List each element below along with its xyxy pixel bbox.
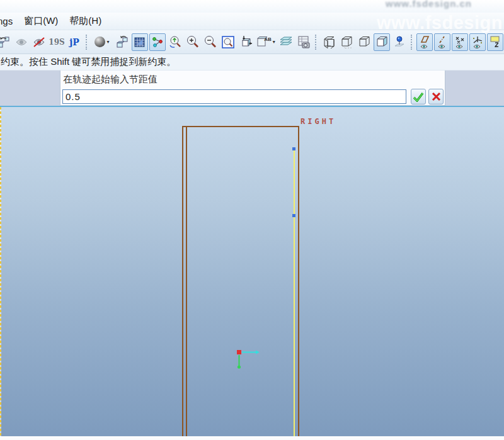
zoom-out-icon[interactable] <box>202 33 219 51</box>
hidden-line-icon[interactable] <box>338 33 355 51</box>
mapkey-19s-label: 19S <box>49 38 64 47</box>
mapkey-jp-label: jP <box>69 37 79 47</box>
vertex-handle-top[interactable] <box>292 147 295 150</box>
sphere-icon <box>94 37 105 47</box>
vertex-handle-bottom[interactable] <box>292 214 295 217</box>
layers-icon[interactable] <box>278 33 294 51</box>
toolbar: 19S jP ▾ <box>0 30 504 54</box>
dropdown-arrow-icon[interactable]: ▾ <box>273 39 275 45</box>
graphics-canvas[interactable]: RIGHT <box>0 107 504 440</box>
highlight-endpoints-icon[interactable] <box>149 33 166 51</box>
x-icon <box>432 92 441 101</box>
datum-pin-icon[interactable] <box>391 33 408 51</box>
unhide-icon[interactable] <box>13 33 30 51</box>
trajectory-start-marker[interactable] <box>234 347 266 373</box>
zoom-refit-icon[interactable] <box>167 33 183 51</box>
menu-item-help[interactable]: 帮助(H) <box>64 13 107 29</box>
datum-axes-toggle-icon[interactable] <box>434 33 450 51</box>
zoom-in-icon[interactable] <box>185 33 201 51</box>
canvas-bottom-strip <box>0 436 504 440</box>
sketch-line-right[interactable] <box>298 126 299 436</box>
zoom-window-icon[interactable] <box>220 33 236 51</box>
mapkey-19s-icon[interactable]: 19S <box>49 33 65 51</box>
toolbar-separator <box>315 35 318 50</box>
sketch-line-left-inner[interactable] <box>186 126 187 436</box>
hide-icon[interactable] <box>31 33 47 51</box>
menu-bar: ngs 窗口(W) 帮助(H) <box>0 13 504 30</box>
datum-points-toggle-icon[interactable] <box>452 33 468 51</box>
refit-icon[interactable] <box>238 33 254 51</box>
repaint-icon[interactable] <box>0 33 12 51</box>
toolbar-separator <box>411 35 413 50</box>
sketch-centerline[interactable] <box>0 107 1 436</box>
reorient-view-icon[interactable] <box>114 33 130 51</box>
datum-csys-toggle-icon[interactable] <box>469 33 486 51</box>
no-hidden-icon[interactable] <box>356 33 372 51</box>
direction-arrowhead-icon <box>256 351 260 354</box>
named-views-label: AB <box>264 37 272 42</box>
dropdown-arrow-icon[interactable]: ▾ <box>106 39 109 45</box>
sketch-line-left-outer[interactable] <box>182 126 183 436</box>
shaded-icon[interactable] <box>374 33 390 51</box>
toolbar-separator <box>86 35 88 50</box>
layer-manager-icon[interactable] <box>295 33 312 51</box>
cancel-button[interactable] <box>428 89 444 104</box>
shading-sphere-icon[interactable]: ▾ <box>91 33 113 51</box>
start-point-icon[interactable] <box>237 350 241 354</box>
prompt-label: 在轨迹起始输入节距值 <box>60 71 445 87</box>
menu-item-partial[interactable]: ngs <box>0 14 18 28</box>
accept-button[interactable] <box>411 89 426 104</box>
check-icon <box>413 92 424 102</box>
wireframe-icon[interactable] <box>321 33 337 51</box>
pitch-value-input[interactable] <box>62 89 406 104</box>
menu-item-window[interactable]: 窗口(W) <box>18 13 64 29</box>
datum-planes-toggle-icon[interactable] <box>416 33 433 51</box>
prompt-area: 在轨迹起始输入节距值 <box>0 71 504 107</box>
sketch-orient-toggle-icon[interactable] <box>487 33 503 51</box>
selected-trajectory-line[interactable] <box>294 149 295 436</box>
application-window: www.fsdesign.cn www.fsdesign. ngs 窗口(W) … <box>0 0 504 440</box>
message-text: 约束。按住 Shift 键可禁用捕捉到新约束。 <box>1 56 176 68</box>
prompt-panel: 在轨迹起始输入节距值 <box>60 71 445 106</box>
sketch-display-icon[interactable] <box>132 33 148 51</box>
named-views-icon[interactable]: AB ▾ <box>255 33 277 51</box>
watermark-blurred: www.fsdesign.cn <box>386 0 472 9</box>
sketch-line-top[interactable] <box>182 126 299 127</box>
title-strip: www.fsdesign.cn <box>0 0 504 13</box>
pitch-handle-dot[interactable] <box>238 365 241 368</box>
mapkey-jp-icon[interactable]: jP <box>66 33 83 51</box>
message-bar: 约束。按住 Shift 键可禁用捕捉到新约束。 <box>0 54 504 71</box>
datum-plane-label[interactable]: RIGHT <box>301 117 336 126</box>
